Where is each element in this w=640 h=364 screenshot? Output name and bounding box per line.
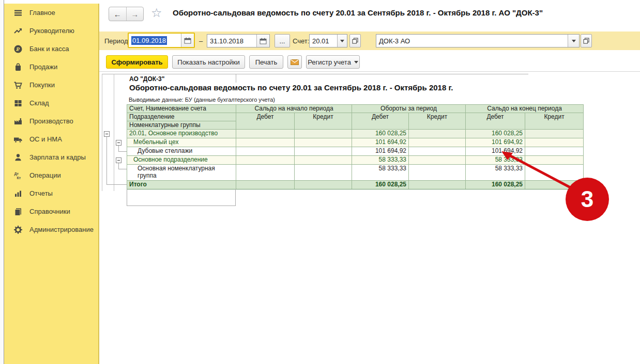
cell-start-credit — [295, 147, 352, 156]
organization-dropdown-button[interactable] — [568, 35, 579, 47]
sidebar-item-manager[interactable]: Руководителю — [4, 22, 98, 40]
table-row[interactable]: Дубовые стеллажи 101 694,92 101 694,92 — [127, 147, 584, 156]
sidebar-item-main[interactable]: Главное — [4, 4, 98, 22]
bag-icon — [13, 62, 23, 72]
table-total-row[interactable]: Итого 160 028,25 160 028,25 — [127, 181, 584, 189]
sidebar-item-directories[interactable]: Справочники — [4, 202, 98, 220]
sidebar-item-label: Операции — [29, 171, 61, 179]
collapse-toggle-level2[interactable] — [116, 140, 121, 146]
cell-end-debit: 101 694,92 — [466, 138, 525, 147]
sidebar-item-label: Продажи — [29, 63, 57, 71]
cell-start-credit — [295, 130, 352, 138]
sidebar-item-purchases[interactable]: Покупки — [4, 76, 98, 94]
report-top-border — [102, 74, 528, 74]
table-row[interactable]: Основная номенклатурная группа 58 333,33… — [127, 165, 584, 181]
cell-start-credit — [295, 181, 352, 189]
organization-open-button[interactable] — [581, 34, 592, 48]
tree-line — [106, 184, 127, 185]
tree-line — [106, 137, 107, 184]
period-from-input[interactable]: 01.09.2018 — [129, 34, 181, 47]
row-label: Мебельный цех — [127, 138, 236, 147]
organization-input[interactable]: ДОК-3 АО — [376, 35, 568, 47]
cell-start-debit — [236, 130, 295, 138]
back-button[interactable]: ← — [109, 7, 126, 21]
report-data-note: Выводимые данные: БУ (данные бухгалтерск… — [129, 97, 275, 103]
cell-turnover-debit: 101 694,92 — [352, 138, 409, 147]
factory-icon — [13, 117, 23, 126]
period-label: Период: — [104, 37, 130, 45]
bar-chart-icon — [13, 189, 23, 198]
report-gutter-line — [102, 74, 102, 191]
osv-table: Счет, Наименование счета Сальдо на начал… — [127, 104, 584, 189]
sidebar-item-salary-hr[interactable]: Зарплата и кадры — [4, 148, 98, 166]
period-from-field: 01.09.2018 — [129, 34, 194, 47]
calendar-icon — [184, 37, 191, 44]
pallet-icon — [13, 99, 23, 108]
header-account: Счет, Наименование счета — [127, 105, 236, 113]
header-start-balance: Сальдо на начало периода — [236, 105, 352, 113]
account-label: Счет: — [293, 37, 309, 45]
sidebar-item-reports[interactable]: Отчеты — [4, 184, 98, 202]
app-window: Главное Руководителю P Банк и касса Прод… — [0, 0, 640, 364]
period-to-input[interactable]: 31.10.2018 — [207, 35, 256, 47]
cell-end-credit — [525, 156, 584, 165]
sidebar-item-label: Производство — [29, 117, 73, 125]
row-label: Дубовые стеллажи — [127, 147, 236, 156]
header-end-balance: Сальдо на конец периода — [466, 105, 584, 113]
sidebar-item-operations[interactable]: ДтКт Операции — [4, 166, 98, 184]
period-more-button[interactable]: ... — [275, 34, 290, 48]
open-icon — [583, 38, 589, 44]
calendar-button[interactable] — [256, 35, 269, 47]
cell-end-debit: 160 028,25 — [466, 181, 525, 189]
sidebar-item-sales[interactable]: Продажи — [4, 58, 98, 76]
sidebar-item-bank-cash[interactable]: P Банк и касса — [4, 40, 98, 58]
sidebar-item-label: Руководителю — [29, 27, 74, 35]
annotation-number: 3 — [581, 186, 593, 212]
sidebar-item-label: Справочники — [29, 208, 70, 215]
generate-button[interactable]: Сформировать — [106, 55, 168, 69]
cell-turnover-debit: 160 028,25 — [352, 181, 409, 189]
favorite-star-icon[interactable]: ☆ — [151, 6, 162, 20]
account-combo: 20.01 — [309, 34, 347, 48]
sidebar-item-administration[interactable]: Администрирование — [4, 220, 98, 239]
cell-turnover-credit — [409, 130, 466, 138]
collapse-toggle-level2[interactable] — [116, 157, 121, 163]
row-label: Итого — [127, 181, 236, 189]
sidebar-item-fixed-assets[interactable]: ОС и НМА — [4, 130, 98, 148]
table-row[interactable]: Мебельный цех 101 694,92 101 694,92 — [127, 138, 584, 147]
history-nav: ← → — [109, 7, 144, 21]
calendar-icon — [260, 38, 267, 44]
calendar-button[interactable] — [181, 34, 194, 47]
cell-end-debit: 58 333,33 — [466, 165, 525, 181]
accounting-register-button[interactable]: Регистр учета — [306, 55, 360, 69]
table-row[interactable]: Основное подразделение 58 333,33 58 333,… — [127, 156, 584, 165]
report-gutter-line — [114, 74, 114, 191]
cell-turnover-credit — [409, 156, 466, 165]
account-input[interactable]: 20.01 — [310, 35, 337, 47]
cell-end-debit: 101 694,92 — [466, 147, 525, 156]
collapse-toggle-level1[interactable] — [104, 131, 110, 137]
print-button[interactable]: Печать — [249, 55, 283, 69]
sidebar-item-warehouse[interactable]: Склад — [4, 94, 98, 112]
svg-text:Дт: Дт — [14, 172, 19, 176]
account-open-button[interactable] — [349, 34, 361, 48]
table-row[interactable]: 20.01, Основное производство 160 028,25 … — [127, 130, 584, 138]
trend-icon — [13, 26, 23, 36]
cell-turnover-credit — [409, 165, 466, 181]
cell-start-debit — [236, 165, 295, 181]
cell-turnover-debit: 101 694,92 — [352, 147, 409, 156]
cell-start-credit — [295, 165, 352, 181]
account-dropdown-button[interactable] — [337, 35, 347, 47]
sidebar-item-production[interactable]: Производство — [4, 112, 98, 130]
row-label: Основная номенклатурная группа — [127, 165, 236, 181]
empty-grid-row — [127, 189, 236, 206]
cell-start-debit — [236, 138, 295, 147]
show-settings-button[interactable]: Показать настройки — [172, 55, 245, 69]
email-button[interactable] — [287, 55, 302, 69]
envelope-icon — [291, 59, 299, 65]
cell-end-debit: 160 028,25 — [466, 130, 525, 138]
chevron-down-icon — [572, 40, 576, 42]
cell-turnover-debit: 160 028,25 — [352, 130, 409, 138]
header-nomenclature: Номенклатурные группы — [127, 121, 236, 130]
forward-button[interactable]: → — [126, 7, 144, 21]
